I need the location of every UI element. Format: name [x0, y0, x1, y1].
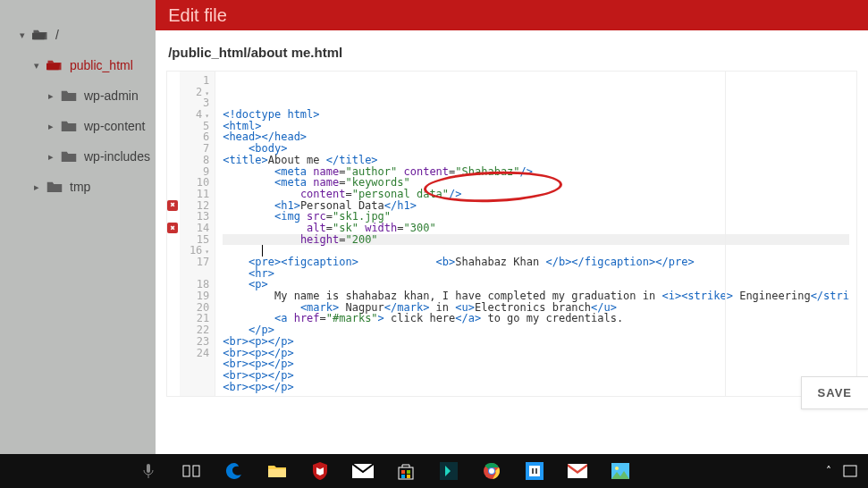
file-path: /public_html/about me.html [156, 30, 868, 71]
edge-icon[interactable] [213, 454, 256, 488]
code-body[interactable]: <!doctype html><html><head></head> <body… [215, 72, 856, 396]
svg-rect-6 [399, 467, 413, 479]
folder-icon [61, 150, 77, 163]
folder-icon [61, 89, 77, 102]
gmail-icon[interactable] [556, 454, 599, 488]
show-hidden-icons[interactable]: ˄ [818, 454, 839, 488]
code-line[interactable]: <html> [223, 121, 849, 132]
caret-right-icon: ▸ [32, 181, 41, 193]
caret-right-icon: ▸ [46, 151, 55, 163]
code-line[interactable]: <head></head> [223, 131, 849, 143]
system-tray-icon[interactable] [839, 454, 861, 488]
code-editor[interactable]: ✖✖ 1234567891011121314151617181920212223… [166, 71, 857, 397]
svg-rect-8 [407, 470, 410, 474]
tree-root[interactable]: ▾ / [0, 20, 156, 50]
file-tree-sidebar: ▾ / ▾ public_html ▸ wp-admin [0, 0, 156, 454]
filmora-icon[interactable] [427, 454, 470, 488]
code-line[interactable]: <br><p></p> [223, 370, 849, 382]
error-gutter: ✖✖ [167, 72, 180, 396]
chrome-icon[interactable] [470, 454, 513, 488]
tree-label: tmp [70, 180, 90, 194]
tree-label: public_html [70, 58, 133, 72]
svg-rect-2 [183, 466, 190, 476]
svg-rect-20 [844, 466, 856, 476]
mail-icon[interactable] [341, 454, 384, 488]
tree-item-tmp[interactable]: ▸ tmp [0, 172, 156, 202]
svg-point-19 [615, 467, 619, 470]
task-view-icon[interactable] [170, 454, 213, 488]
cortana-icon[interactable] [127, 454, 170, 488]
store-icon[interactable] [384, 454, 427, 488]
save-button[interactable]: SAVE [801, 376, 868, 409]
tree-item-public-html[interactable]: ▾ public_html [0, 50, 156, 80]
error-marker[interactable]: ✖ [167, 223, 178, 233]
svg-point-14 [489, 468, 494, 474]
code-line[interactable]: height="200" [223, 234, 849, 246]
svg-rect-7 [401, 470, 405, 474]
brackets-icon[interactable] [513, 454, 556, 488]
svg-rect-9 [401, 475, 405, 478]
mcafee-icon[interactable] [299, 454, 341, 488]
tree-item-wp-includes[interactable]: ▸ wp-includes [0, 141, 156, 172]
code-line[interactable]: <a href="#marks"> click here</a> to go m… [223, 313, 849, 324]
tree-label: wp-content [84, 119, 145, 133]
svg-rect-10 [407, 475, 410, 478]
print-margin [725, 72, 726, 396]
svg-rect-16 [529, 466, 540, 476]
tree-label: wp-admin [84, 88, 139, 103]
file-explorer-icon[interactable] [256, 454, 299, 488]
svg-rect-4 [268, 469, 286, 477]
tree-item-wp-admin[interactable]: ▸ wp-admin [0, 80, 156, 111]
code-line[interactable]: </p> [223, 324, 849, 336]
editor-title: Edit file [168, 5, 227, 26]
folder-open-icon [46, 59, 63, 72]
caret-down-icon: ▾ [18, 29, 27, 41]
line-number-gutter: 123456789101112131415161718192021222324 [180, 72, 215, 396]
tree-label: wp-includes [84, 149, 150, 164]
editor-main: Edit file /public_html/about me.html ✖✖ … [156, 0, 868, 454]
code-line[interactable]: <hr> [223, 268, 849, 280]
caret-right-icon: ▸ [46, 90, 55, 102]
svg-rect-0 [147, 464, 150, 473]
svg-rect-3 [193, 466, 199, 476]
code-line[interactable]: <br><p></p> [223, 358, 849, 370]
code-line[interactable]: <!doctype html> [223, 109, 849, 121]
caret-right-icon: ▸ [46, 121, 55, 132]
code-line[interactable]: <br><p></p> [223, 348, 849, 359]
editor-header: Edit file [156, 0, 868, 30]
code-line[interactable]: <pre><figcaption> <b>Shahabaz Khan </b><… [223, 257, 849, 268]
windows-taskbar[interactable]: ˄ [0, 454, 868, 488]
code-line[interactable]: content="personal data"/> [223, 189, 849, 200]
code-line[interactable]: <body> [223, 143, 849, 155]
error-marker[interactable]: ✖ [167, 200, 178, 211]
code-line[interactable] [223, 245, 849, 257]
caret-down-icon: ▾ [32, 60, 41, 72]
folder-open-icon [32, 29, 48, 41]
tree-item-wp-content[interactable]: ▸ wp-content [0, 111, 156, 141]
code-line[interactable]: <br><p></p> [223, 382, 849, 393]
code-line[interactable]: <br><p></p> [223, 336, 849, 348]
photos-icon[interactable] [599, 454, 642, 488]
tree-root-label: / [55, 28, 59, 42]
folder-icon [46, 181, 63, 193]
folder-icon [61, 120, 77, 132]
